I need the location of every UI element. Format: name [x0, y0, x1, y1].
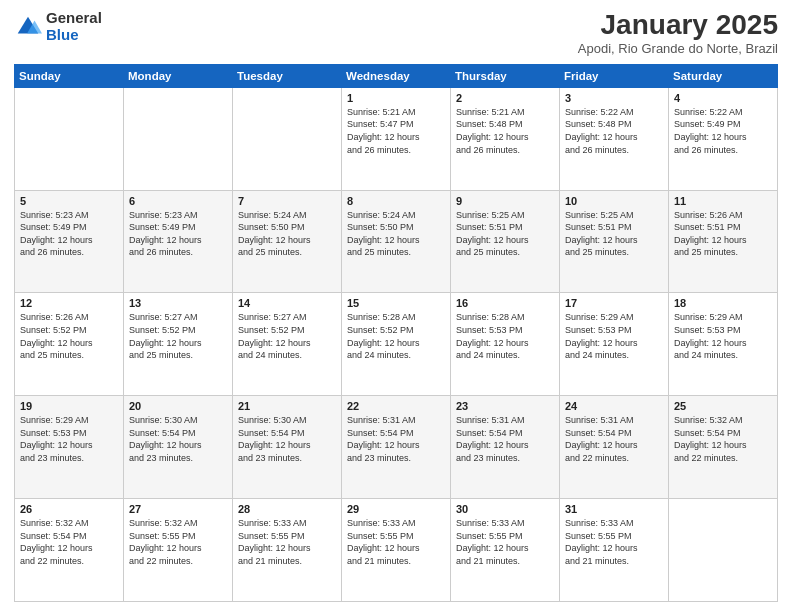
day-info: Sunrise: 5:30 AM Sunset: 5:54 PM Dayligh…: [129, 414, 227, 464]
col-saturday: Saturday: [669, 64, 778, 87]
day-number: 2: [456, 92, 554, 104]
calendar-cell: 29Sunrise: 5:33 AM Sunset: 5:55 PM Dayli…: [342, 499, 451, 602]
calendar-cell: 15Sunrise: 5:28 AM Sunset: 5:52 PM Dayli…: [342, 293, 451, 396]
day-info: Sunrise: 5:31 AM Sunset: 5:54 PM Dayligh…: [565, 414, 663, 464]
col-wednesday: Wednesday: [342, 64, 451, 87]
calendar-week-row-3: 19Sunrise: 5:29 AM Sunset: 5:53 PM Dayli…: [15, 396, 778, 499]
calendar-cell: [669, 499, 778, 602]
col-thursday: Thursday: [451, 64, 560, 87]
calendar-cell: 25Sunrise: 5:32 AM Sunset: 5:54 PM Dayli…: [669, 396, 778, 499]
day-info: Sunrise: 5:32 AM Sunset: 5:54 PM Dayligh…: [674, 414, 772, 464]
calendar-cell: 19Sunrise: 5:29 AM Sunset: 5:53 PM Dayli…: [15, 396, 124, 499]
calendar-cell: 3Sunrise: 5:22 AM Sunset: 5:48 PM Daylig…: [560, 87, 669, 190]
day-number: 5: [20, 195, 118, 207]
day-number: 9: [456, 195, 554, 207]
day-info: Sunrise: 5:32 AM Sunset: 5:55 PM Dayligh…: [129, 517, 227, 567]
calendar-cell: 7Sunrise: 5:24 AM Sunset: 5:50 PM Daylig…: [233, 190, 342, 293]
day-number: 7: [238, 195, 336, 207]
calendar-cell: 21Sunrise: 5:30 AM Sunset: 5:54 PM Dayli…: [233, 396, 342, 499]
day-info: Sunrise: 5:31 AM Sunset: 5:54 PM Dayligh…: [347, 414, 445, 464]
day-number: 19: [20, 400, 118, 412]
day-number: 10: [565, 195, 663, 207]
day-info: Sunrise: 5:32 AM Sunset: 5:54 PM Dayligh…: [20, 517, 118, 567]
day-number: 26: [20, 503, 118, 515]
calendar-cell: 8Sunrise: 5:24 AM Sunset: 5:50 PM Daylig…: [342, 190, 451, 293]
calendar-cell: 11Sunrise: 5:26 AM Sunset: 5:51 PM Dayli…: [669, 190, 778, 293]
logo-text: General Blue: [46, 10, 102, 43]
calendar-cell: 27Sunrise: 5:32 AM Sunset: 5:55 PM Dayli…: [124, 499, 233, 602]
day-info: Sunrise: 5:25 AM Sunset: 5:51 PM Dayligh…: [456, 209, 554, 259]
day-info: Sunrise: 5:24 AM Sunset: 5:50 PM Dayligh…: [238, 209, 336, 259]
subtitle: Apodi, Rio Grande do Norte, Brazil: [578, 41, 778, 56]
page: General Blue January 2025 Apodi, Rio Gra…: [0, 0, 792, 612]
calendar-week-row-1: 5Sunrise: 5:23 AM Sunset: 5:49 PM Daylig…: [15, 190, 778, 293]
calendar-cell: 20Sunrise: 5:30 AM Sunset: 5:54 PM Dayli…: [124, 396, 233, 499]
day-number: 29: [347, 503, 445, 515]
day-info: Sunrise: 5:33 AM Sunset: 5:55 PM Dayligh…: [238, 517, 336, 567]
day-info: Sunrise: 5:26 AM Sunset: 5:51 PM Dayligh…: [674, 209, 772, 259]
calendar-cell: 1Sunrise: 5:21 AM Sunset: 5:47 PM Daylig…: [342, 87, 451, 190]
day-number: 21: [238, 400, 336, 412]
calendar-cell: 17Sunrise: 5:29 AM Sunset: 5:53 PM Dayli…: [560, 293, 669, 396]
day-number: 4: [674, 92, 772, 104]
col-tuesday: Tuesday: [233, 64, 342, 87]
day-number: 11: [674, 195, 772, 207]
day-info: Sunrise: 5:33 AM Sunset: 5:55 PM Dayligh…: [347, 517, 445, 567]
calendar-cell: 2Sunrise: 5:21 AM Sunset: 5:48 PM Daylig…: [451, 87, 560, 190]
day-info: Sunrise: 5:24 AM Sunset: 5:50 PM Dayligh…: [347, 209, 445, 259]
col-sunday: Sunday: [15, 64, 124, 87]
day-number: 3: [565, 92, 663, 104]
day-info: Sunrise: 5:28 AM Sunset: 5:52 PM Dayligh…: [347, 311, 445, 361]
day-number: 27: [129, 503, 227, 515]
day-info: Sunrise: 5:33 AM Sunset: 5:55 PM Dayligh…: [565, 517, 663, 567]
calendar-cell: 10Sunrise: 5:25 AM Sunset: 5:51 PM Dayli…: [560, 190, 669, 293]
logo-icon: [14, 13, 42, 41]
calendar-cell: 26Sunrise: 5:32 AM Sunset: 5:54 PM Dayli…: [15, 499, 124, 602]
calendar-cell: 12Sunrise: 5:26 AM Sunset: 5:52 PM Dayli…: [15, 293, 124, 396]
calendar-cell: 6Sunrise: 5:23 AM Sunset: 5:49 PM Daylig…: [124, 190, 233, 293]
header: General Blue January 2025 Apodi, Rio Gra…: [14, 10, 778, 56]
calendar-cell: 18Sunrise: 5:29 AM Sunset: 5:53 PM Dayli…: [669, 293, 778, 396]
day-number: 25: [674, 400, 772, 412]
day-info: Sunrise: 5:29 AM Sunset: 5:53 PM Dayligh…: [565, 311, 663, 361]
day-info: Sunrise: 5:29 AM Sunset: 5:53 PM Dayligh…: [674, 311, 772, 361]
day-info: Sunrise: 5:22 AM Sunset: 5:48 PM Dayligh…: [565, 106, 663, 156]
day-info: Sunrise: 5:21 AM Sunset: 5:47 PM Dayligh…: [347, 106, 445, 156]
day-number: 6: [129, 195, 227, 207]
day-info: Sunrise: 5:23 AM Sunset: 5:49 PM Dayligh…: [20, 209, 118, 259]
calendar-cell: 30Sunrise: 5:33 AM Sunset: 5:55 PM Dayli…: [451, 499, 560, 602]
calendar-cell: 16Sunrise: 5:28 AM Sunset: 5:53 PM Dayli…: [451, 293, 560, 396]
day-number: 1: [347, 92, 445, 104]
calendar-cell: 14Sunrise: 5:27 AM Sunset: 5:52 PM Dayli…: [233, 293, 342, 396]
logo: General Blue: [14, 10, 102, 43]
main-title: January 2025: [578, 10, 778, 41]
day-info: Sunrise: 5:33 AM Sunset: 5:55 PM Dayligh…: [456, 517, 554, 567]
day-number: 18: [674, 297, 772, 309]
calendar-cell: [233, 87, 342, 190]
calendar-cell: 31Sunrise: 5:33 AM Sunset: 5:55 PM Dayli…: [560, 499, 669, 602]
logo-blue: Blue: [46, 27, 102, 44]
day-number: 28: [238, 503, 336, 515]
calendar-cell: 4Sunrise: 5:22 AM Sunset: 5:49 PM Daylig…: [669, 87, 778, 190]
calendar-cell: 13Sunrise: 5:27 AM Sunset: 5:52 PM Dayli…: [124, 293, 233, 396]
logo-general: General: [46, 10, 102, 27]
calendar-week-row-4: 26Sunrise: 5:32 AM Sunset: 5:54 PM Dayli…: [15, 499, 778, 602]
day-number: 24: [565, 400, 663, 412]
day-info: Sunrise: 5:27 AM Sunset: 5:52 PM Dayligh…: [129, 311, 227, 361]
day-number: 14: [238, 297, 336, 309]
day-number: 15: [347, 297, 445, 309]
col-monday: Monday: [124, 64, 233, 87]
day-info: Sunrise: 5:21 AM Sunset: 5:48 PM Dayligh…: [456, 106, 554, 156]
day-number: 30: [456, 503, 554, 515]
day-number: 8: [347, 195, 445, 207]
day-info: Sunrise: 5:26 AM Sunset: 5:52 PM Dayligh…: [20, 311, 118, 361]
day-number: 31: [565, 503, 663, 515]
calendar-cell: [124, 87, 233, 190]
day-number: 13: [129, 297, 227, 309]
day-info: Sunrise: 5:29 AM Sunset: 5:53 PM Dayligh…: [20, 414, 118, 464]
day-info: Sunrise: 5:30 AM Sunset: 5:54 PM Dayligh…: [238, 414, 336, 464]
day-number: 20: [129, 400, 227, 412]
day-info: Sunrise: 5:27 AM Sunset: 5:52 PM Dayligh…: [238, 311, 336, 361]
calendar-cell: 23Sunrise: 5:31 AM Sunset: 5:54 PM Dayli…: [451, 396, 560, 499]
calendar-table: Sunday Monday Tuesday Wednesday Thursday…: [14, 64, 778, 602]
